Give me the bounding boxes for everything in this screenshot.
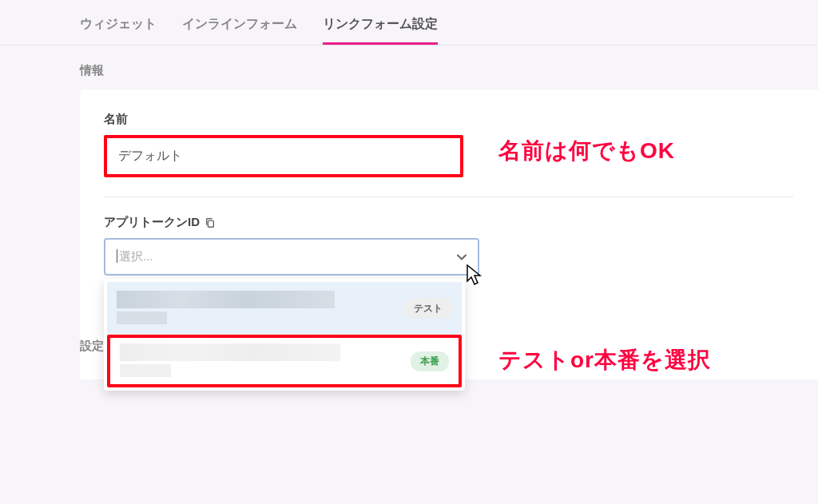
tab-link-form-settings[interactable]: リンクフォーム設定 (323, 16, 438, 45)
tab-widget[interactable]: ウィジェット (80, 16, 157, 45)
token-select-input[interactable]: 選択... (104, 238, 479, 276)
token-label-text: アプリトークンID (104, 215, 200, 230)
section-label-settings: 設定 (80, 339, 104, 354)
section-label-info: 情報 (0, 46, 818, 89)
name-field: 名前 デフォルト (80, 112, 818, 177)
token-dropdown: テスト 本番 (104, 279, 465, 391)
divider (104, 196, 794, 197)
token-option-test[interactable]: テスト (107, 282, 462, 335)
badge-prod: 本番 (411, 351, 449, 371)
token-placeholder: 選択... (117, 249, 153, 263)
token-field: アプリトークンID 選択... (80, 215, 818, 276)
token-label: アプリトークンID (104, 215, 794, 230)
svg-rect-0 (208, 220, 213, 227)
option-redacted-text (120, 343, 403, 379)
name-input[interactable]: デフォルト (104, 135, 463, 177)
tab-inline-form[interactable]: インラインフォーム (182, 16, 297, 45)
annotation-name-ok: 名前は何でもOK (498, 136, 675, 166)
chevron-down-icon (457, 252, 467, 263)
option-redacted-text (117, 291, 396, 326)
name-label: 名前 (104, 112, 794, 127)
info-card: 名前 デフォルト アプリトークンID 選択... (80, 89, 818, 301)
token-select[interactable]: 選択... テスト (104, 238, 479, 276)
annotation-select-env: テストor本番を選択 (498, 345, 711, 375)
token-option-prod[interactable]: 本番 (107, 335, 462, 387)
copy-icon[interactable] (204, 217, 216, 228)
tab-bar: ウィジェット インラインフォーム リンクフォーム設定 (0, 0, 818, 46)
badge-test: テスト (404, 299, 452, 319)
